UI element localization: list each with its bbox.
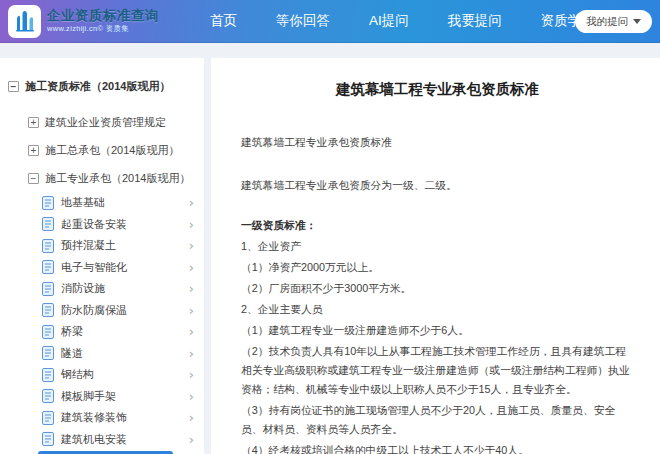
- expand-icon[interactable]: +: [28, 117, 39, 128]
- collapse-icon[interactable]: −: [28, 173, 39, 184]
- sidebar-item-label: 建筑装修装饰: [61, 410, 127, 425]
- sidebar-item-steel-structure[interactable]: 钢结构 ›: [42, 364, 204, 386]
- article-paragraph: 2、企业主要人员: [241, 300, 634, 319]
- expand-icon[interactable]: +: [28, 145, 39, 156]
- document-icon: [42, 217, 54, 231]
- sidebar-item-waterproof-anticorrosion[interactable]: 防水防腐保温 ›: [42, 300, 204, 322]
- collapse-icon[interactable]: −: [8, 81, 19, 92]
- article-paragraph: （1）净资产2000万元以上。: [241, 258, 634, 277]
- my-questions-label: 我的提问: [586, 15, 628, 29]
- sidebar-leaf-list: 地基基础 › 起重设备安装 › 预拌混凝土 › 电子与智能化 › 消防设施: [0, 192, 204, 454]
- article-paragraph: 建筑幕墙工程专业承包资质分为一级、二级。: [241, 176, 634, 195]
- chevron-right-icon: ›: [189, 347, 194, 360]
- sidebar-group-label: 施工总承包（2014版现用）: [45, 143, 179, 158]
- sidebar-groups: + 建筑业企业资质管理规定 + 施工总承包（2014版现用） − 施工专业承包（…: [0, 108, 204, 192]
- document-icon: [42, 303, 54, 317]
- chevron-right-icon: ›: [189, 304, 194, 317]
- article-paragraph: （2）厂房面积不少于3000平方米。: [241, 279, 634, 298]
- sidebar-item-label: 起重设备安装: [61, 217, 127, 232]
- page-title: 建筑幕墙工程专业承包资质标准: [241, 80, 634, 99]
- chevron-right-icon: ›: [189, 239, 194, 252]
- article-paragraph: （1）建筑工程专业一级注册建造师不少于6人。: [241, 321, 634, 340]
- article-paragraph: （3）持有岗位证书的施工现场管理人员不少于20人，且施工员、质量员、安全员、材料…: [241, 401, 634, 439]
- article-paragraph: （4）经考核或培训合格的中级工以上技术工人不少于40人。: [241, 441, 634, 454]
- article-paragraph: （2）技术负责人具有10年以上从事工程施工技术管理工作经历，且具有建筑工程相关专…: [241, 342, 634, 399]
- sidebar-item-label: 隧道: [61, 346, 83, 361]
- article-paragraph: 建筑幕墙工程专业承包资质标准: [241, 133, 634, 152]
- chevron-right-icon: ›: [189, 390, 194, 403]
- article-paragraph: 1、企业资产: [241, 237, 634, 256]
- section-heading-level1: 一级资质标准：: [241, 216, 634, 235]
- chevron-right-icon: ›: [189, 325, 194, 338]
- document-icon: [42, 411, 54, 425]
- sidebar-item-label: 建筑机电安装: [61, 432, 127, 447]
- document-icon: [42, 368, 54, 382]
- chevron-right-icon: ›: [189, 282, 194, 295]
- sidebar-item-label: 地基基础: [61, 195, 105, 210]
- app-window: 企业资质标准查询 www.zizhiji.cn© 资质集 首页 等你回答 AI提…: [0, 0, 660, 454]
- document-icon: [42, 196, 54, 210]
- chevron-right-icon: ›: [189, 196, 194, 209]
- sidebar-item-decoration[interactable]: 建筑装修装饰 ›: [42, 407, 204, 429]
- sidebar-item-electronics-intelligence[interactable]: 电子与智能化 ›: [42, 257, 204, 279]
- document-icon: [42, 346, 54, 360]
- sidebar-item-foundation[interactable]: 地基基础 ›: [42, 192, 204, 214]
- chevron-right-icon: ›: [189, 433, 194, 446]
- sidebar-item-label: 预拌混凝土: [61, 238, 116, 253]
- sidebar-item-mechanical-electrical[interactable]: 建筑机电安装 ›: [42, 429, 204, 451]
- sidebar-item-lifting-equipment[interactable]: 起重设备安装 ›: [42, 214, 204, 236]
- sidebar-item-formwork-scaffolding[interactable]: 模板脚手架 ›: [42, 386, 204, 408]
- document-icon: [42, 260, 54, 274]
- sidebar-item-label: 模板脚手架: [61, 389, 116, 404]
- document-icon: [42, 282, 54, 296]
- document-icon: [42, 325, 54, 339]
- sidebar-item-label: 防水防腐保温: [61, 303, 127, 318]
- sidebar-item-bridge[interactable]: 桥梁 ›: [42, 321, 204, 343]
- nav-item-home[interactable]: 首页: [210, 12, 237, 30]
- article-panel: 建筑幕墙工程专业承包资质标准 建筑幕墙工程专业承包资质标准 建筑幕墙工程专业承包…: [211, 58, 660, 454]
- sidebar-root-construction-standards[interactable]: − 施工资质标准（2014版现用）: [8, 78, 204, 94]
- chevron-down-icon: [633, 19, 641, 24]
- chevron-right-icon: ›: [189, 368, 194, 381]
- logo-title: 企业资质标准查询: [47, 9, 159, 24]
- nav-item-ai-question[interactable]: AI提问: [369, 12, 409, 30]
- logo-subtitle: www.zizhiji.cn© 资质集: [47, 25, 159, 33]
- sidebar-item-label: 消防设施: [61, 281, 105, 296]
- chevron-right-icon: ›: [189, 261, 194, 274]
- sidebar-item-fire-protection[interactable]: 消防设施 ›: [42, 278, 204, 300]
- sidebar-group-label: 施工专业承包（2014版现用）: [45, 171, 190, 186]
- sidebar-item-ready-mixed-concrete[interactable]: 预拌混凝土 ›: [42, 235, 204, 257]
- chevron-right-icon: ›: [189, 218, 194, 231]
- my-questions-button[interactable]: 我的提问: [575, 10, 652, 33]
- sidebar-tree: − 施工资质标准（2014版现用） + 建筑业企业资质管理规定 + 施工总承包（…: [0, 58, 204, 454]
- top-navbar: 企业资质标准查询 www.zizhiji.cn© 资质集 首页 等你回答 AI提…: [0, 0, 660, 43]
- sidebar-root-label: 施工资质标准（2014版现用）: [25, 79, 170, 94]
- sidebar-group-general-contracting[interactable]: + 施工总承包（2014版现用）: [28, 136, 204, 164]
- site-logo[interactable]: 企业资质标准查询 www.zizhiji.cn© 资质集: [8, 5, 196, 38]
- nav-item-waiting-answers[interactable]: 等你回答: [276, 12, 330, 30]
- sidebar-group-professional-contracting[interactable]: − 施工专业承包（2014版现用）: [28, 164, 204, 192]
- nav-item-ask-question[interactable]: 我要提问: [448, 12, 502, 30]
- document-icon: [42, 239, 54, 253]
- document-icon: [42, 389, 54, 403]
- logo-icon: [8, 5, 41, 38]
- logo-text: 企业资质标准查询 www.zizhiji.cn© 资质集: [47, 9, 159, 33]
- sidebar-group-label: 建筑业企业资质管理规定: [45, 115, 166, 130]
- sidebar-item-label: 桥梁: [61, 324, 83, 339]
- document-icon: [42, 432, 54, 446]
- sidebar-group-management-rules[interactable]: + 建筑业企业资质管理规定: [28, 108, 204, 136]
- chevron-right-icon: ›: [189, 411, 194, 424]
- sidebar-item-tunnel[interactable]: 隧道 ›: [42, 343, 204, 365]
- sidebar-item-label: 钢结构: [61, 367, 94, 382]
- sidebar-item-label: 电子与智能化: [61, 260, 127, 275]
